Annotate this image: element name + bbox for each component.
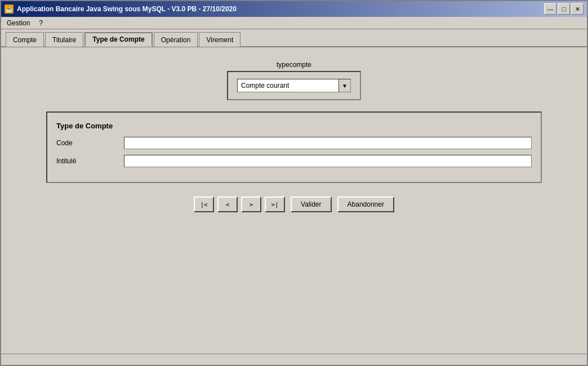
tab-virement[interactable]: Virement: [199, 32, 240, 47]
tab-compte[interactable]: Compte: [6, 32, 44, 47]
form-section-title: Type de Compte: [56, 122, 532, 130]
typecompte-box: ▼: [227, 71, 361, 100]
tab-operation[interactable]: Opération: [154, 32, 198, 47]
menu-gestion[interactable]: Gestion: [3, 18, 33, 28]
typecompte-label: typecompte: [277, 61, 311, 69]
window-controls: — □ ✕: [544, 3, 583, 15]
valider-button[interactable]: Valider: [291, 197, 331, 212]
title-bar: ☕ Application Bancaire Java Swing sous M…: [1, 1, 587, 17]
next-button[interactable]: >: [241, 197, 261, 212]
abandonner-button[interactable]: Abandonner: [337, 197, 394, 212]
main-window: ☕ Application Bancaire Java Swing sous M…: [0, 0, 588, 366]
form-section: Type de Compte Code Intitulé: [46, 111, 542, 183]
app-icon: ☕: [5, 5, 14, 14]
content-area: typecompte ▼ Type de Compte Code Intitul…: [1, 47, 587, 354]
typecompte-dropdown-button[interactable]: ▼: [338, 79, 351, 92]
title-bar-left: ☕ Application Bancaire Java Swing sous M…: [5, 5, 237, 14]
intitule-input[interactable]: [124, 155, 532, 167]
dropdown-arrow-icon: ▼: [342, 83, 348, 89]
tab-titulaire[interactable]: Titulaire: [45, 32, 83, 47]
maximize-button[interactable]: □: [558, 3, 570, 15]
code-input[interactable]: [124, 137, 532, 149]
typecompte-section: typecompte ▼: [227, 61, 361, 100]
last-button[interactable]: >|: [265, 197, 285, 212]
tab-type-de-compte[interactable]: Type de Compte: [84, 32, 152, 47]
menu-help[interactable]: ?: [35, 18, 46, 28]
window-title: Application Bancaire Java Swing sous MyS…: [17, 5, 237, 13]
typecompte-dropdown-input[interactable]: [237, 79, 338, 92]
form-row-intitule: Intitulé: [56, 155, 532, 167]
code-label: Code: [56, 139, 124, 147]
dropdown-container: ▼: [237, 79, 351, 92]
first-button[interactable]: |<: [194, 197, 214, 212]
prev-button[interactable]: <: [217, 197, 238, 212]
minimize-button[interactable]: —: [544, 3, 556, 15]
menu-bar: Gestion ?: [1, 17, 587, 29]
intitule-label: Intitulé: [56, 157, 124, 165]
status-bar: [1, 354, 587, 365]
buttons-row: |< < > >| Valider Abandonner: [194, 197, 394, 212]
tabs-bar: Compte Titulaire Type de Compte Opératio…: [1, 29, 587, 47]
form-row-code: Code: [56, 137, 532, 149]
close-button[interactable]: ✕: [571, 3, 583, 15]
